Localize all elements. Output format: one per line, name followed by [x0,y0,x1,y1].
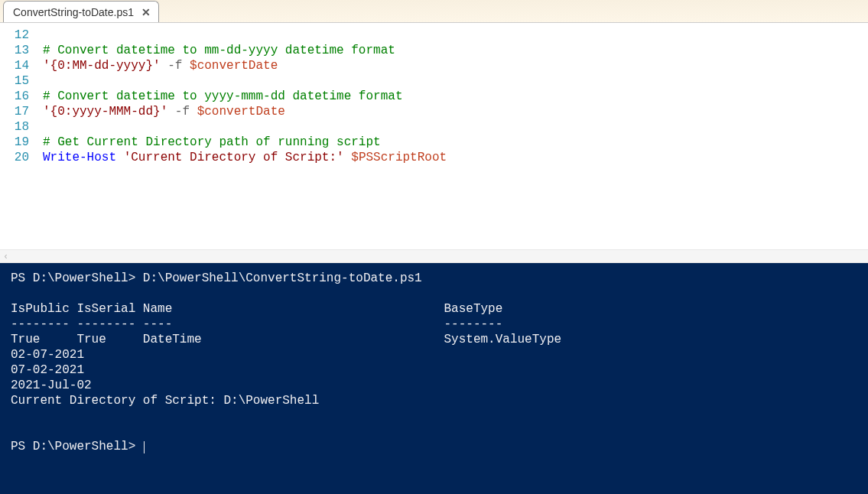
tab-title: ConvertString-toDate.ps1 [13,6,134,18]
terminal-line: 07-02-2021 [11,362,857,378]
code-line[interactable]: 15 [0,73,868,89]
code-line[interactable]: 18 [0,119,868,135]
line-number: 18 [0,119,43,135]
horizontal-scroll-hint[interactable]: ‹ [0,249,868,263]
line-number: 17 [0,104,43,119]
terminal-line [11,286,857,301]
code-content[interactable]: # Convert datetime to yyyy-mmm-dd dateti… [43,89,402,104]
code-line[interactable]: 14'{0:MM-dd-yyyy}' -f $convertDate [0,58,868,73]
terminal-line: -------- -------- ---- -------- [11,317,857,332]
code-content[interactable]: '{0:MM-dd-yyyy}' -f $convertDate [43,58,278,73]
terminal-line: PS D:\PowerShell> [11,439,857,454]
code-content[interactable]: '{0:yyyy-MMM-dd}' -f $convertDate [43,104,285,119]
code-line[interactable]: 13# Convert datetime to mm-dd-yyyy datet… [0,43,868,58]
terminal-line: PS D:\PowerShell> D:\PowerShell\ConvertS… [11,271,857,286]
line-number: 15 [0,73,43,89]
close-icon[interactable]: ✕ [141,6,151,18]
line-number: 13 [0,43,43,58]
code-content[interactable]: # Convert datetime to mm-dd-yyyy datetim… [43,43,395,58]
tab-bar: ConvertString-toDate.ps1 ✕ [0,0,868,23]
terminal-line: 2021-Jul-02 [11,378,857,393]
code-content[interactable]: Write-Host 'Current Directory of Script:… [43,150,447,165]
terminal-line: True True DateTime System.ValueType [11,332,857,347]
code-line[interactable]: 12 [0,28,868,43]
code-content[interactable]: # Get Current Directory path of running … [43,135,381,150]
terminal-line: 02-07-2021 [11,347,857,362]
code-line[interactable]: 16# Convert datetime to yyyy-mmm-dd date… [0,89,868,104]
code-editor[interactable]: 1213# Convert datetime to mm-dd-yyyy dat… [0,23,868,249]
terminal-output[interactable]: PS D:\PowerShell> D:\PowerShell\ConvertS… [0,263,868,494]
terminal-line [11,424,857,439]
line-number: 20 [0,150,43,165]
code-line[interactable]: 20Write-Host 'Current Directory of Scrip… [0,150,868,165]
terminal-line: IsPublic IsSerial Name BaseType [11,301,857,317]
code-line[interactable]: 19# Get Current Directory path of runnin… [0,135,868,150]
file-tab[interactable]: ConvertString-toDate.ps1 ✕ [3,1,159,22]
terminal-line [11,408,857,424]
terminal-line: Current Directory of Script: D:\PowerShe… [11,393,857,408]
line-number: 12 [0,28,43,43]
line-number: 19 [0,135,43,150]
line-number: 14 [0,58,43,73]
code-line[interactable]: 17'{0:yyyy-MMM-dd}' -f $convertDate [0,104,868,119]
cursor-icon [144,441,145,453]
line-number: 16 [0,89,43,104]
